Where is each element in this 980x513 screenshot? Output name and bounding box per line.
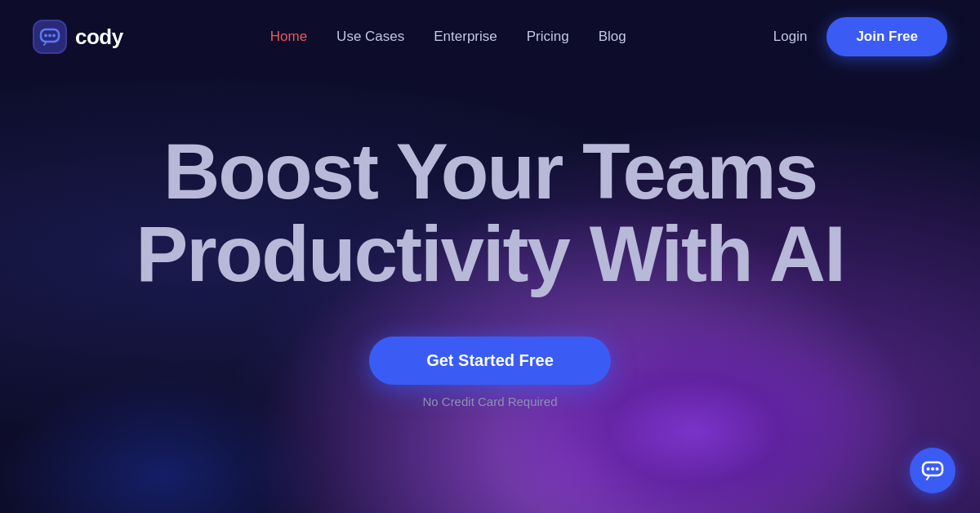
- nav-right: Login Join Free: [773, 17, 947, 56]
- chat-widget-button[interactable]: [910, 448, 956, 493]
- nav-link-blog[interactable]: Blog: [599, 29, 626, 44]
- svg-point-3: [52, 34, 56, 38]
- chat-icon: [921, 461, 944, 480]
- brand-name: cody: [75, 25, 123, 50]
- navbar: cody Home Use Cases Enterprise Pricing B…: [0, 0, 980, 74]
- get-started-button[interactable]: Get Started Free: [369, 337, 611, 385]
- nav-item-pricing[interactable]: Pricing: [527, 29, 569, 45]
- hero-section: Boost Your Teams Productivity With AI Ge…: [0, 74, 980, 408]
- hero-cta: Get Started Free No Credit Card Required: [369, 337, 611, 408]
- nav-link-usecases[interactable]: Use Cases: [336, 29, 404, 44]
- nav-item-usecases[interactable]: Use Cases: [336, 29, 404, 45]
- nav-item-home[interactable]: Home: [270, 29, 307, 45]
- hero-title: Boost Your Teams Productivity With AI: [136, 131, 844, 296]
- svg-point-7: [936, 467, 939, 471]
- logo-link[interactable]: cody: [33, 20, 123, 54]
- hero-title-line2: Productivity With AI: [136, 210, 844, 297]
- svg-point-1: [44, 34, 47, 38]
- svg-point-5: [927, 467, 930, 471]
- nav-links: Home Use Cases Enterprise Pricing Blog: [270, 29, 626, 45]
- join-free-button[interactable]: Join Free: [826, 17, 947, 56]
- svg-point-6: [931, 467, 934, 471]
- logo-icon: [33, 20, 67, 54]
- nav-item-enterprise[interactable]: Enterprise: [434, 29, 497, 45]
- nav-link-home[interactable]: Home: [270, 29, 307, 44]
- login-button[interactable]: Login: [773, 29, 808, 45]
- nav-link-pricing[interactable]: Pricing: [527, 29, 569, 44]
- nav-link-enterprise[interactable]: Enterprise: [434, 29, 497, 44]
- hero-title-line1: Boost Your Teams: [163, 127, 817, 215]
- no-credit-text: No Credit Card Required: [422, 395, 557, 408]
- svg-point-2: [48, 34, 51, 38]
- nav-item-blog[interactable]: Blog: [599, 29, 626, 45]
